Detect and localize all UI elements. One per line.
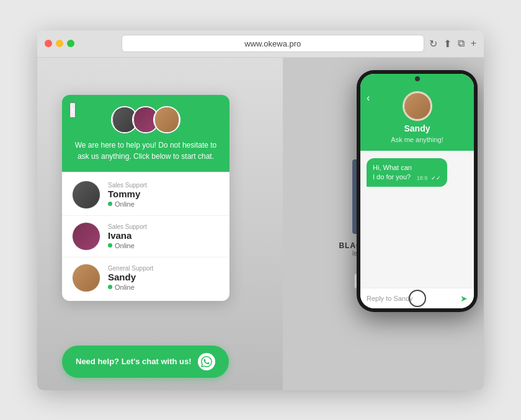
browser-nav-icons: ↻ ⬆ ⧉ + xyxy=(429,38,476,50)
sandy-status-text: Online xyxy=(115,284,135,291)
ivana-info: Sales Support Ivana Online xyxy=(108,223,220,249)
agent-item-tommy[interactable]: Sales Support Tommy Online xyxy=(62,174,229,216)
phone-screen: ‹ Sandy Ask me anything! Hi, What can I … xyxy=(360,74,474,308)
sandy-info: General Support Sandy Online xyxy=(108,265,220,291)
maximize-button[interactable] xyxy=(67,40,74,47)
share-icon[interactable]: ⬆ xyxy=(443,38,452,50)
start-chat-button[interactable]: Need help? Let's chat with us! xyxy=(62,346,229,378)
browser-content: BLACK MEN'S JEANS lenore show, flags-1 .… xyxy=(37,58,484,390)
agent-item-sandy[interactable]: General Support Sandy Online xyxy=(62,257,229,298)
new-tab-icon[interactable]: + xyxy=(471,38,476,50)
chat-avatars xyxy=(72,106,220,133)
phone-agent-avatar xyxy=(403,91,432,121)
chat-header-text: We are here to help you! Do not hesitate… xyxy=(72,140,220,162)
browser-dots xyxy=(45,40,74,47)
tabs-icon[interactable]: ⧉ xyxy=(458,38,465,50)
tommy-status-text: Online xyxy=(115,200,135,208)
phone-chat-header: ‹ Sandy Ask me anything! xyxy=(360,74,474,151)
chat-widget: ‹ We are here to help you! Do not hesita… xyxy=(62,95,229,301)
ivana-status-text: Online xyxy=(115,242,135,249)
close-button[interactable] xyxy=(45,40,52,47)
phone-send-button[interactable]: ➤ xyxy=(460,293,468,303)
chat-back-button[interactable]: ‹ xyxy=(69,102,76,118)
message-text: Hi, What can I do for you? xyxy=(373,163,413,182)
ivana-status: Online xyxy=(108,242,220,249)
ivana-status-dot xyxy=(108,243,112,248)
phone-sandy-face xyxy=(404,92,431,120)
tommy-info: Sales Support Tommy Online xyxy=(108,182,220,208)
avatar-sandy-list xyxy=(72,264,100,292)
agent-list: Sales Support Tommy Online Sales Supp xyxy=(62,172,229,301)
start-chat-label: Need help? Let's chat with us! xyxy=(76,357,192,366)
phone-camera xyxy=(415,76,420,81)
message-bubble: Hi, What can I do for you? 18:9 ✓✓ xyxy=(367,158,447,187)
ivana-name: Ivana xyxy=(108,230,220,241)
phone-agent-tagline: Ask me anything! xyxy=(391,136,443,143)
phone-back-button[interactable]: ‹ xyxy=(367,92,370,104)
tommy-face-list xyxy=(72,181,100,209)
minimize-button[interactable] xyxy=(56,40,63,47)
sandy-face-list xyxy=(72,264,100,292)
sandy-role: General Support xyxy=(108,265,220,272)
sandy-status: Online xyxy=(108,284,220,291)
refresh-icon[interactable]: ↻ xyxy=(429,38,437,50)
avatar-sandy-header xyxy=(153,106,180,133)
phone-home-button[interactable] xyxy=(409,290,426,307)
tommy-name: Tommy xyxy=(108,189,220,200)
tommy-status-dot xyxy=(108,202,112,206)
phone-messages: Hi, What can I do for you? 18:9 ✓✓ xyxy=(360,151,474,288)
url-bar[interactable]: www.okewa.pro xyxy=(122,35,424,52)
avatar-ivana-list xyxy=(72,222,100,251)
ivana-face-list xyxy=(72,222,100,251)
avatar-tommy-list xyxy=(72,181,100,209)
browser-window: www.okewa.pro ↻ ⬆ ⧉ + BLACK MEN'S JEANS xyxy=(37,30,484,390)
browser-toolbar: www.okewa.pro ↻ ⬆ ⧉ + xyxy=(37,30,484,58)
message-time: 18:9 xyxy=(417,174,428,182)
phone-agent-name: Sandy xyxy=(404,123,430,133)
whatsapp-icon xyxy=(198,353,215,370)
sandy-face-header xyxy=(154,106,179,133)
phone-mockup: ‹ Sandy Ask me anything! Hi, What can I … xyxy=(357,70,478,312)
url-text: www.okewa.pro xyxy=(244,39,301,48)
whatsapp-svg xyxy=(201,356,212,367)
ivana-role: Sales Support xyxy=(108,223,220,230)
tommy-role: Sales Support xyxy=(108,182,220,189)
sandy-status-dot xyxy=(108,285,112,289)
chat-widget-header: ‹ We are here to help you! Do not hesita… xyxy=(62,95,229,172)
read-tick: ✓✓ xyxy=(431,174,441,182)
agent-item-ivana[interactable]: Sales Support Ivana Online xyxy=(62,216,229,257)
tommy-status: Online xyxy=(108,200,220,208)
sandy-name: Sandy xyxy=(108,272,220,283)
